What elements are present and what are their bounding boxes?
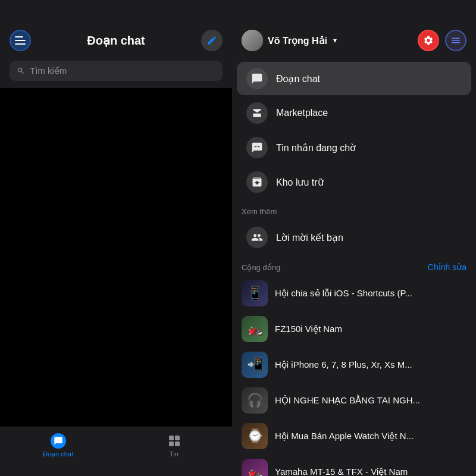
compose-icon bbox=[206, 35, 217, 46]
community-item-c6[interactable]: 🏍️ Yamaha MT-15 & TFX - Việt Nam bbox=[232, 454, 476, 476]
community-name-c5: Hội Mua Bán Apple Watch Việt N... bbox=[275, 431, 414, 441]
community-avatar-c1: 📱 bbox=[242, 280, 268, 306]
archive-icon bbox=[251, 176, 263, 188]
doan-chat-label: Đoạn chat bbox=[276, 73, 320, 84]
pages-icon bbox=[167, 434, 181, 448]
left-panel-title: Đoạn chat bbox=[31, 33, 201, 48]
pages-nav-label: Tin bbox=[170, 450, 178, 458]
marketplace-icon bbox=[246, 102, 268, 124]
menu-item-marketplace[interactable]: Marketplace bbox=[237, 96, 471, 130]
right-header: Võ Trọng Hải ▾ bbox=[232, 0, 476, 58]
chat-nav-label: Đoạn chat bbox=[43, 450, 73, 458]
community-item-c5[interactable]: ⌚ Hội Mua Bán Apple Watch Việt N... bbox=[232, 418, 476, 454]
nav-item-chat[interactable]: Đoạn chat bbox=[0, 433, 116, 458]
community-avatar-c6: 🏍️ bbox=[242, 459, 268, 476]
community-name-c6: Yamaha MT-15 & TFX - Việt Nam bbox=[275, 466, 408, 476]
community-name-c3: Hội iPhone 6, 7, 8 Plus, Xr, Xs M... bbox=[275, 359, 412, 370]
hamburger-menu-button[interactable] bbox=[10, 30, 31, 51]
tin-nhan-cho-label: Tin nhắn đang chờ bbox=[276, 142, 356, 154]
avatar-image bbox=[242, 30, 263, 51]
community-avatar-c5: ⌚ bbox=[242, 423, 268, 449]
left-content-area bbox=[0, 88, 232, 427]
user-info[interactable]: Võ Trọng Hải ▾ bbox=[242, 30, 337, 51]
chat-bubble-icon bbox=[54, 436, 63, 446]
settings-button[interactable] bbox=[418, 30, 439, 51]
chevron-down-icon: ▾ bbox=[333, 36, 337, 45]
kho-luu-tru-icon bbox=[246, 171, 268, 193]
community-avatar-c2: 🏍️ bbox=[242, 316, 268, 342]
doan-chat-icon bbox=[246, 68, 268, 89]
menu-item-loi-moi-ket-ban[interactable]: Lời mời kết bạn bbox=[237, 221, 471, 254]
tin-nhan-cho-icon bbox=[246, 137, 268, 158]
community-item-c1[interactable]: 📱 Hội chia sẻ lỗi iOS - Shortcuts (P... bbox=[232, 275, 476, 311]
loi-moi-ket-ban-icon bbox=[246, 227, 268, 248]
marketplace-label: Marketplace bbox=[276, 108, 328, 118]
community-item-c3[interactable]: 📲 Hội iPhone 6, 7, 8 Plus, Xr, Xs M... bbox=[232, 347, 476, 383]
svg-rect-0 bbox=[169, 436, 174, 440]
right-panel: Võ Trọng Hải ▾ Đoạn chat bbox=[232, 0, 476, 476]
right-header-icons bbox=[418, 30, 466, 51]
menu-item-tin-nhan-cho[interactable]: Tin nhắn đang chờ bbox=[237, 131, 471, 164]
gear-icon bbox=[423, 35, 434, 46]
menu-item-doan-chat[interactable]: Đoạn chat bbox=[237, 62, 471, 95]
left-bottom-nav: Đoạn chat Tin bbox=[0, 427, 232, 476]
left-search-bar[interactable]: Tìm kiếm bbox=[10, 61, 223, 81]
search-icon bbox=[17, 67, 25, 75]
left-panel: Đoạn chat Tìm kiếm Đoạn chat bbox=[0, 0, 232, 476]
community-item-c4[interactable]: 🎧 HỘI NGHE NHẠC BẰNG TAI NGH... bbox=[232, 383, 476, 418]
see-more-title: Xem thêm bbox=[242, 207, 277, 216]
see-more-section-header: Xem thêm bbox=[232, 200, 476, 220]
menu-list: Đoạn chat Marketplace Tin nhắn đang chờ bbox=[232, 58, 476, 476]
menu-item-kho-luu-tru[interactable]: Kho lưu trữ bbox=[237, 165, 471, 199]
community-name-c1: Hội chia sẻ lỗi iOS - Shortcuts (P... bbox=[275, 288, 412, 299]
community-avatar-c4: 🎧 bbox=[242, 387, 268, 414]
pages-nav-icon bbox=[167, 433, 182, 449]
community-name-c2: FZ150i Việt Nam bbox=[275, 324, 342, 334]
left-header: Đoạn chat bbox=[0, 0, 232, 58]
hamburger-icon bbox=[14, 35, 27, 46]
nav-item-pages[interactable]: Tin bbox=[116, 433, 232, 458]
store-icon bbox=[251, 107, 263, 119]
loi-moi-ket-ban-label: Lời mời kết bạn bbox=[276, 232, 343, 243]
kho-luu-tru-label: Kho lưu trữ bbox=[276, 177, 324, 188]
message-pending-icon bbox=[251, 142, 263, 154]
svg-rect-1 bbox=[175, 436, 180, 440]
svg-rect-2 bbox=[169, 441, 174, 446]
community-title: Cộng đồng bbox=[242, 263, 280, 272]
community-edit-button[interactable]: Chỉnh sửa bbox=[428, 262, 466, 272]
community-name-c4: HỘI NGHE NHẠC BẰNG TAI NGH... bbox=[275, 395, 420, 406]
username-label: Võ Trọng Hải bbox=[268, 35, 327, 46]
overflow-menu-button[interactable] bbox=[445, 30, 466, 51]
community-avatar-c3: 📲 bbox=[242, 352, 268, 378]
compose-button[interactable] bbox=[201, 30, 223, 51]
menu-icon bbox=[450, 35, 461, 46]
community-item-c2[interactable]: 🏍️ FZ150i Việt Nam bbox=[232, 311, 476, 347]
user-avatar bbox=[242, 30, 263, 51]
svg-rect-3 bbox=[175, 441, 180, 446]
friend-request-icon bbox=[251, 231, 263, 243]
left-search-placeholder: Tìm kiếm bbox=[30, 65, 67, 76]
chat-icon bbox=[251, 73, 263, 84]
chat-nav-icon bbox=[51, 433, 66, 449]
community-section-header: Cộng đồng Chỉnh sửa bbox=[232, 255, 476, 275]
